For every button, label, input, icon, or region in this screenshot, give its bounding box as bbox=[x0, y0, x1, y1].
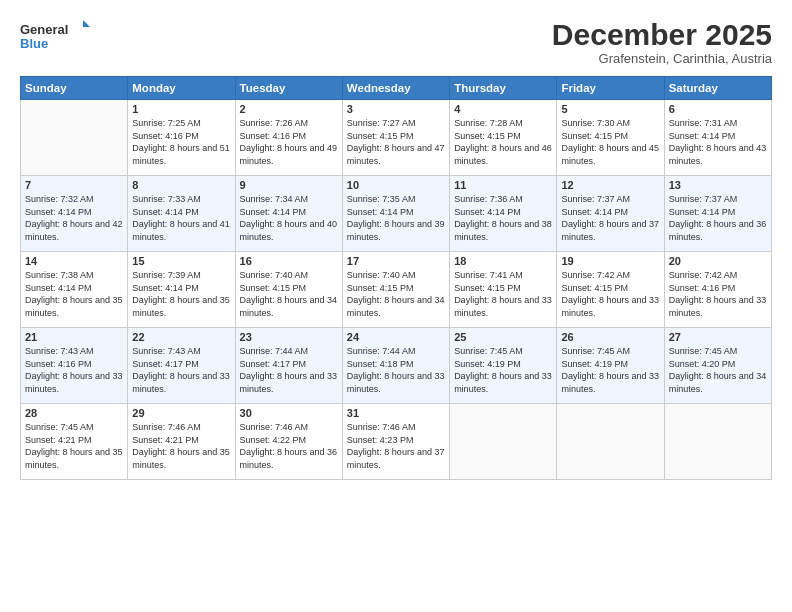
day-cell: 31 Sunrise: 7:46 AMSunset: 4:23 PMDaylig… bbox=[342, 404, 449, 480]
week-row-4: 21 Sunrise: 7:43 AMSunset: 4:16 PMDaylig… bbox=[21, 328, 772, 404]
day-cell: 13 Sunrise: 7:37 AMSunset: 4:14 PMDaylig… bbox=[664, 176, 771, 252]
day-number: 8 bbox=[132, 179, 230, 191]
day-info: Sunrise: 7:34 AMSunset: 4:14 PMDaylight:… bbox=[240, 194, 338, 242]
day-number: 5 bbox=[561, 103, 659, 115]
col-header-saturday: Saturday bbox=[664, 77, 771, 100]
col-header-sunday: Sunday bbox=[21, 77, 128, 100]
day-cell: 8 Sunrise: 7:33 AMSunset: 4:14 PMDayligh… bbox=[128, 176, 235, 252]
day-info: Sunrise: 7:31 AMSunset: 4:14 PMDaylight:… bbox=[669, 118, 767, 166]
col-header-friday: Friday bbox=[557, 77, 664, 100]
day-info: Sunrise: 7:40 AMSunset: 4:15 PMDaylight:… bbox=[347, 270, 445, 318]
day-cell: 23 Sunrise: 7:44 AMSunset: 4:17 PMDaylig… bbox=[235, 328, 342, 404]
day-info: Sunrise: 7:43 AMSunset: 4:17 PMDaylight:… bbox=[132, 346, 230, 394]
day-info: Sunrise: 7:46 AMSunset: 4:23 PMDaylight:… bbox=[347, 422, 445, 470]
day-info: Sunrise: 7:40 AMSunset: 4:15 PMDaylight:… bbox=[240, 270, 338, 318]
day-number: 28 bbox=[25, 407, 123, 419]
day-info: Sunrise: 7:33 AMSunset: 4:14 PMDaylight:… bbox=[132, 194, 230, 242]
day-cell: 25 Sunrise: 7:45 AMSunset: 4:19 PMDaylig… bbox=[450, 328, 557, 404]
day-info: Sunrise: 7:35 AMSunset: 4:14 PMDaylight:… bbox=[347, 194, 445, 242]
day-info: Sunrise: 7:46 AMSunset: 4:21 PMDaylight:… bbox=[132, 422, 230, 470]
day-cell: 12 Sunrise: 7:37 AMSunset: 4:14 PMDaylig… bbox=[557, 176, 664, 252]
day-number: 22 bbox=[132, 331, 230, 343]
day-cell: 5 Sunrise: 7:30 AMSunset: 4:15 PMDayligh… bbox=[557, 100, 664, 176]
day-number: 10 bbox=[347, 179, 445, 191]
day-cell: 9 Sunrise: 7:34 AMSunset: 4:14 PMDayligh… bbox=[235, 176, 342, 252]
day-cell: 2 Sunrise: 7:26 AMSunset: 4:16 PMDayligh… bbox=[235, 100, 342, 176]
day-cell: 15 Sunrise: 7:39 AMSunset: 4:14 PMDaylig… bbox=[128, 252, 235, 328]
day-number: 14 bbox=[25, 255, 123, 267]
day-cell: 19 Sunrise: 7:42 AMSunset: 4:15 PMDaylig… bbox=[557, 252, 664, 328]
week-row-5: 28 Sunrise: 7:45 AMSunset: 4:21 PMDaylig… bbox=[21, 404, 772, 480]
col-header-monday: Monday bbox=[128, 77, 235, 100]
svg-text:General: General bbox=[20, 22, 68, 37]
day-number: 13 bbox=[669, 179, 767, 191]
day-number: 30 bbox=[240, 407, 338, 419]
title-block: December 2025 Grafenstein, Carinthia, Au… bbox=[552, 18, 772, 66]
day-info: Sunrise: 7:43 AMSunset: 4:16 PMDaylight:… bbox=[25, 346, 123, 394]
logo-svg: General Blue bbox=[20, 18, 90, 56]
week-row-1: 1 Sunrise: 7:25 AMSunset: 4:16 PMDayligh… bbox=[21, 100, 772, 176]
col-header-thursday: Thursday bbox=[450, 77, 557, 100]
day-info: Sunrise: 7:44 AMSunset: 4:18 PMDaylight:… bbox=[347, 346, 445, 394]
day-cell: 26 Sunrise: 7:45 AMSunset: 4:19 PMDaylig… bbox=[557, 328, 664, 404]
subtitle: Grafenstein, Carinthia, Austria bbox=[552, 51, 772, 66]
day-number: 16 bbox=[240, 255, 338, 267]
day-number: 24 bbox=[347, 331, 445, 343]
day-cell: 21 Sunrise: 7:43 AMSunset: 4:16 PMDaylig… bbox=[21, 328, 128, 404]
day-cell: 17 Sunrise: 7:40 AMSunset: 4:15 PMDaylig… bbox=[342, 252, 449, 328]
day-number: 18 bbox=[454, 255, 552, 267]
day-number: 6 bbox=[669, 103, 767, 115]
day-cell: 27 Sunrise: 7:45 AMSunset: 4:20 PMDaylig… bbox=[664, 328, 771, 404]
day-cell: 7 Sunrise: 7:32 AMSunset: 4:14 PMDayligh… bbox=[21, 176, 128, 252]
day-number: 25 bbox=[454, 331, 552, 343]
day-info: Sunrise: 7:37 AMSunset: 4:14 PMDaylight:… bbox=[561, 194, 659, 242]
day-info: Sunrise: 7:25 AMSunset: 4:16 PMDaylight:… bbox=[132, 118, 230, 166]
svg-text:Blue: Blue bbox=[20, 36, 48, 51]
logo: General Blue bbox=[20, 18, 90, 56]
day-number: 23 bbox=[240, 331, 338, 343]
day-number: 11 bbox=[454, 179, 552, 191]
day-cell: 20 Sunrise: 7:42 AMSunset: 4:16 PMDaylig… bbox=[664, 252, 771, 328]
day-info: Sunrise: 7:41 AMSunset: 4:15 PMDaylight:… bbox=[454, 270, 552, 318]
day-number: 7 bbox=[25, 179, 123, 191]
day-cell: 24 Sunrise: 7:44 AMSunset: 4:18 PMDaylig… bbox=[342, 328, 449, 404]
day-cell: 1 Sunrise: 7:25 AMSunset: 4:16 PMDayligh… bbox=[128, 100, 235, 176]
day-cell bbox=[450, 404, 557, 480]
header: General Blue December 2025 Grafenstein, … bbox=[20, 18, 772, 66]
day-cell: 30 Sunrise: 7:46 AMSunset: 4:22 PMDaylig… bbox=[235, 404, 342, 480]
day-info: Sunrise: 7:30 AMSunset: 4:15 PMDaylight:… bbox=[561, 118, 659, 166]
day-info: Sunrise: 7:45 AMSunset: 4:19 PMDaylight:… bbox=[561, 346, 659, 394]
day-number: 17 bbox=[347, 255, 445, 267]
month-title: December 2025 bbox=[552, 18, 772, 51]
day-number: 21 bbox=[25, 331, 123, 343]
day-info: Sunrise: 7:27 AMSunset: 4:15 PMDaylight:… bbox=[347, 118, 445, 166]
day-info: Sunrise: 7:45 AMSunset: 4:19 PMDaylight:… bbox=[454, 346, 552, 394]
week-row-3: 14 Sunrise: 7:38 AMSunset: 4:14 PMDaylig… bbox=[21, 252, 772, 328]
day-info: Sunrise: 7:36 AMSunset: 4:14 PMDaylight:… bbox=[454, 194, 552, 242]
day-cell: 18 Sunrise: 7:41 AMSunset: 4:15 PMDaylig… bbox=[450, 252, 557, 328]
day-cell: 29 Sunrise: 7:46 AMSunset: 4:21 PMDaylig… bbox=[128, 404, 235, 480]
day-info: Sunrise: 7:38 AMSunset: 4:14 PMDaylight:… bbox=[25, 270, 123, 318]
day-cell: 16 Sunrise: 7:40 AMSunset: 4:15 PMDaylig… bbox=[235, 252, 342, 328]
day-cell: 3 Sunrise: 7:27 AMSunset: 4:15 PMDayligh… bbox=[342, 100, 449, 176]
day-cell bbox=[21, 100, 128, 176]
day-cell: 22 Sunrise: 7:43 AMSunset: 4:17 PMDaylig… bbox=[128, 328, 235, 404]
day-info: Sunrise: 7:45 AMSunset: 4:20 PMDaylight:… bbox=[669, 346, 767, 394]
day-number: 12 bbox=[561, 179, 659, 191]
svg-marker-2 bbox=[83, 20, 90, 27]
day-cell: 4 Sunrise: 7:28 AMSunset: 4:15 PMDayligh… bbox=[450, 100, 557, 176]
day-cell bbox=[664, 404, 771, 480]
page: General Blue December 2025 Grafenstein, … bbox=[0, 0, 792, 612]
day-number: 9 bbox=[240, 179, 338, 191]
day-number: 29 bbox=[132, 407, 230, 419]
day-number: 4 bbox=[454, 103, 552, 115]
day-cell: 6 Sunrise: 7:31 AMSunset: 4:14 PMDayligh… bbox=[664, 100, 771, 176]
day-info: Sunrise: 7:26 AMSunset: 4:16 PMDaylight:… bbox=[240, 118, 338, 166]
day-number: 3 bbox=[347, 103, 445, 115]
calendar-table: SundayMondayTuesdayWednesdayThursdayFrid… bbox=[20, 76, 772, 480]
day-info: Sunrise: 7:32 AMSunset: 4:14 PMDaylight:… bbox=[25, 194, 123, 242]
day-number: 19 bbox=[561, 255, 659, 267]
day-number: 27 bbox=[669, 331, 767, 343]
col-header-wednesday: Wednesday bbox=[342, 77, 449, 100]
day-info: Sunrise: 7:28 AMSunset: 4:15 PMDaylight:… bbox=[454, 118, 552, 166]
